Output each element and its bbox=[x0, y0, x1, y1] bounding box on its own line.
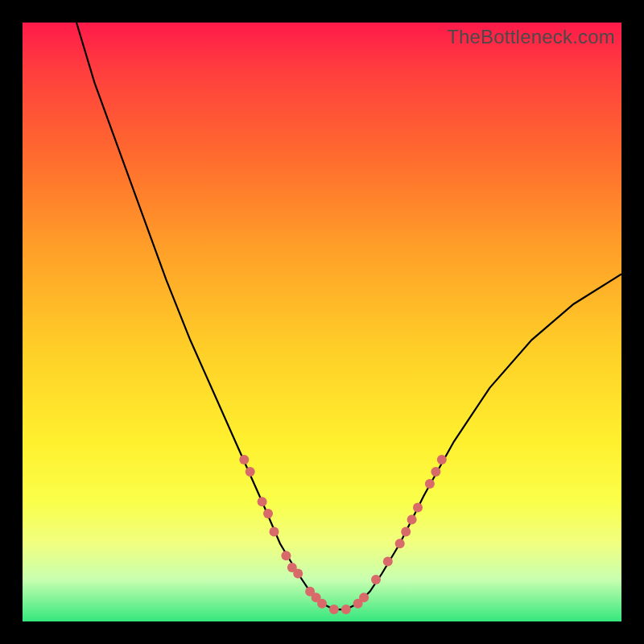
chart-svg bbox=[23, 23, 621, 621]
data-marker bbox=[383, 557, 393, 567]
chart-frame: TheBottleneck.com bbox=[0, 0, 644, 644]
data-marker bbox=[317, 599, 327, 609]
data-marker bbox=[407, 515, 417, 525]
data-marker bbox=[425, 479, 435, 489]
data-marker bbox=[401, 526, 411, 536]
data-marker bbox=[329, 605, 339, 614]
data-marker bbox=[239, 455, 249, 464]
data-marker bbox=[395, 539, 405, 548]
data-marker bbox=[258, 497, 267, 506]
watermark-text: TheBottleneck.com bbox=[447, 26, 615, 48]
plot-area: TheBottleneck.com bbox=[23, 23, 621, 621]
data-marker bbox=[413, 503, 423, 513]
data-marker bbox=[371, 575, 381, 584]
data-marker bbox=[359, 592, 369, 602]
data-marker bbox=[341, 605, 351, 614]
data-marker bbox=[293, 569, 303, 579]
marker-group bbox=[239, 455, 447, 614]
data-marker bbox=[270, 526, 279, 536]
data-marker bbox=[281, 551, 291, 560]
data-marker bbox=[246, 467, 255, 477]
data-marker bbox=[431, 467, 440, 477]
bottleneck-curve bbox=[76, 23, 621, 609]
data-marker bbox=[263, 509, 273, 518]
data-marker bbox=[437, 455, 447, 464]
